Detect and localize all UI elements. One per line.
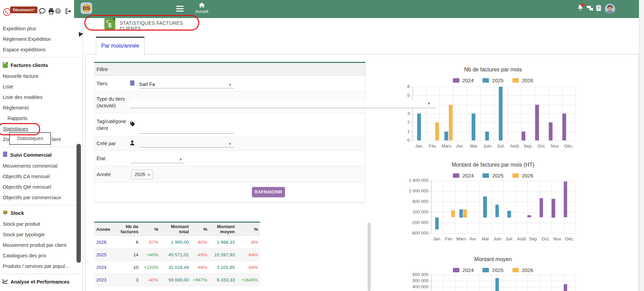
clipboard-icon[interactable]	[596, 4, 601, 13]
filter-label: Type du tiers(Activité)	[97, 96, 125, 109]
sidebar-item-label: Mouvement produit par client	[3, 242, 66, 248]
sidebar-item-expedition-plus[interactable]: Expedition plus	[0, 23, 83, 34]
legend-item-2024[interactable]: 2024	[453, 267, 474, 273]
x-tick-label: Juin	[480, 143, 494, 149]
year-link[interactable]: 2023	[94, 274, 115, 286]
sidebar-header-suivi-commercial[interactable]: Suivi Commercial	[0, 149, 83, 161]
legend-item-2025[interactable]: 2025	[482, 78, 503, 83]
col-header-pct6: %	[237, 223, 260, 236]
y-tick-label: 200 000	[404, 209, 428, 215]
sidebar-scrollbar[interactable]	[77, 144, 81, 263]
sidebar-item-label: Statistiques	[3, 126, 28, 132]
sidebar-item-catalogues-des-prix[interactable]: Catalogues des prix	[0, 251, 83, 261]
legend-label: 2026	[522, 173, 533, 178]
logout-icon[interactable]	[65, 8, 72, 16]
filter-label: Tiers	[97, 80, 107, 87]
sidebar-item-stock-par-produit[interactable]: Stock par produit	[0, 219, 83, 229]
etat-input[interactable]: ▼	[131, 156, 185, 163]
app-logo[interactable]: DS	[81, 2, 92, 14]
sidebar-item-rapports[interactable]: Rapports	[0, 113, 83, 124]
legend-item-2026[interactable]: 2026	[512, 267, 533, 273]
bar-2025-mars	[459, 209, 463, 217]
sidebar-header-stock[interactable]: Stock	[0, 207, 83, 219]
sidebar-item-liste[interactable]: Liste	[0, 82, 83, 92]
chat-bubble-icon[interactable]	[38, 7, 46, 16]
table-scrollbar[interactable]	[368, 223, 371, 291]
sidebar-item-label: Réglement Expédition	[3, 36, 51, 42]
bar-2025-juin	[495, 205, 499, 218]
sidebar-item-produits-services-par-popul[interactable]: Produits / services par popul...	[0, 261, 83, 272]
bar-2025-mars	[444, 132, 448, 140]
filter-label: Tag/catégorieclient	[97, 118, 126, 132]
legend-item-2025[interactable]: 2025	[482, 267, 503, 273]
sidebar-header-analyse-et-performances[interactable]: Analyse et Performances	[0, 276, 83, 288]
help-icon[interactable]: ?	[55, 8, 61, 14]
year-link[interactable]: 2024	[94, 261, 115, 274]
table-header-row: AnnéeNb de factures%Montant total%Montan…	[94, 223, 260, 236]
status-caret-icon[interactable]: ▾	[33, 8, 34, 12]
notification-dot	[581, 3, 584, 7]
chart-nb-de-factures-par-mois: Nb de factures par mois20242025202665321…	[401, 65, 585, 71]
sidebar-item-objectifs-par-commerciaux[interactable]: Objectifs par commerciaux	[0, 192, 83, 203]
refresh-button[interactable]: RAFRAICHIR	[252, 187, 285, 197]
sidebar-item-mouvements-commercial[interactable]: Mouvements commercial	[0, 161, 83, 171]
filter-row-annee: Année2026▼	[95, 166, 365, 183]
table-cell: 3	[115, 274, 140, 286]
sidebar-item-reglement-expedition[interactable]: Réglement Expédition	[0, 34, 83, 45]
sidebar-item-liste-des-modeles[interactable]: Liste des modèles	[0, 92, 83, 103]
legend-swatch	[482, 78, 489, 83]
year-link[interactable]: 2025	[94, 249, 115, 261]
sidebar-item-mouvement-produit-par-client[interactable]: Mouvement produit par client	[0, 240, 83, 251]
legend-item-2026[interactable]: 2026	[512, 78, 533, 83]
type-tiers-select[interactable]: ▼	[130, 100, 436, 108]
session-toolbar: Déconnecté ▾ ?	[0, 0, 74, 18]
printer-icon[interactable]	[48, 8, 55, 16]
sidebar-item-label: Catalogues des prix	[3, 253, 46, 258]
table-row: 202410+233%31 016,49-46%3 101,65-84%	[94, 261, 260, 274]
page-title-block: $ STATISTIQUES FACTURES CLIENTS	[84, 15, 200, 31]
chart-plot	[412, 87, 576, 140]
tiers-input[interactable]: Sarl Fa▼	[139, 81, 234, 88]
sidebar-item-objectifs-qte-mensuel[interactable]: Objectifs Qté mensuel	[0, 182, 83, 192]
sidebar-item-label-right: lient	[52, 134, 61, 145]
annee-select[interactable]: 2026▼	[131, 170, 153, 179]
chart-legend: 202420252026	[401, 173, 585, 178]
hamburger-menu-icon[interactable]	[176, 6, 184, 12]
legend-item-2025[interactable]: 2025	[482, 173, 503, 178]
home-nav[interactable]: Accueil	[190, 2, 214, 14]
sidebar-item-espace-expeditions[interactable]: Espace expéditions	[0, 45, 83, 55]
sidebar-item-reglements[interactable]: Règlements	[0, 103, 83, 113]
tab-par-mois-annee[interactable]: Par mois/année	[96, 37, 145, 55]
tag-categorie-input[interactable]	[139, 126, 234, 134]
sidebar-item-label: Expedition plus	[3, 26, 36, 31]
legend-item-2024[interactable]: 2024	[453, 173, 474, 178]
bar-2024-dec	[564, 284, 567, 291]
avatar[interactable]	[605, 4, 615, 14]
x-tick-label: Mars	[440, 143, 453, 149]
stats-table-panel: AnnéeNb de factures%Montant total%Montan…	[94, 222, 260, 286]
chart-montant-moyen: Montant moyen202420252026600 000500 0004…	[401, 254, 585, 260]
chevron-down-icon: ▼	[228, 83, 232, 87]
filter-row-cree-par: Créé par▼	[95, 137, 365, 151]
table-cell: 1 998,33	[209, 236, 237, 249]
sidebar-item-stock-par-typologie[interactable]: Stock par typologie	[0, 229, 83, 240]
cree-par-input[interactable]: ▼	[139, 140, 234, 148]
legend-label: 2026	[522, 267, 533, 273]
chevron-down-icon: ▼	[427, 101, 431, 105]
x-tick-label: Août	[508, 143, 521, 149]
sidebar-item-zone-client[interactable]: ZonlientStatistiques	[0, 134, 83, 145]
sidebar-divider	[1, 147, 82, 147]
year-link[interactable]: 2026	[94, 236, 115, 249]
messages-icon[interactable]	[586, 5, 594, 13]
legend-item-2026[interactable]: 2026	[512, 173, 533, 178]
bar-2024-sep	[527, 215, 531, 218]
table-cell: 10 397,93	[209, 249, 237, 261]
x-tick-label: Juil.	[494, 143, 508, 149]
sidebar-header-label: Factures clients	[11, 59, 48, 71]
sidebar-item-objectifs-ca-mensuel[interactable]: Objectifs CA mensuel	[0, 171, 83, 182]
sidebar-item-label: Objectifs par commerciaux	[3, 195, 61, 200]
bar-2024-oct	[535, 105, 539, 140]
legend-item-2024[interactable]: 2024	[453, 78, 474, 83]
sidebar-header-factures-clients[interactable]: $Factures clients	[0, 59, 83, 71]
sidebar-item-nouvelle-facture[interactable]: Nouvelle facture	[0, 71, 83, 82]
